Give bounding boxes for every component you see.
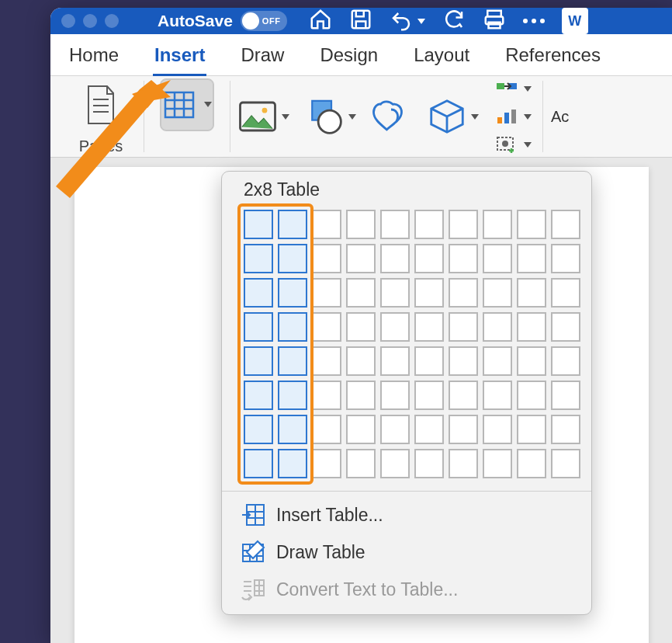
grid-cell[interactable]	[483, 312, 512, 342]
grid-cell[interactable]	[380, 210, 410, 239]
smartart-button[interactable]	[496, 76, 532, 101]
tab-design[interactable]: Design	[318, 36, 379, 74]
grid-cell[interactable]	[312, 449, 341, 478]
grid-cell[interactable]	[517, 244, 546, 273]
grid-cell[interactable]	[517, 381, 546, 410]
grid-cell[interactable]	[346, 210, 376, 239]
grid-cell[interactable]	[380, 278, 410, 308]
shapes-button[interactable]	[302, 92, 358, 141]
grid-cell[interactable]	[346, 449, 376, 478]
grid-cell[interactable]	[517, 278, 546, 308]
grid-cell[interactable]	[483, 210, 512, 239]
grid-cell[interactable]	[551, 381, 580, 410]
grid-cell[interactable]	[414, 381, 444, 410]
autosave-toggle[interactable]: OFF	[241, 11, 287, 31]
grid-cell[interactable]	[380, 415, 410, 444]
grid-cell[interactable]	[312, 346, 341, 376]
grid-cell[interactable]	[449, 244, 478, 273]
grid-cell[interactable]	[483, 449, 512, 478]
grid-cell[interactable]	[278, 449, 307, 478]
grid-cell[interactable]	[380, 449, 410, 478]
grid-cell[interactable]	[312, 278, 341, 308]
grid-cell[interactable]	[278, 210, 307, 239]
grid-cell[interactable]	[244, 244, 273, 273]
grid-cell[interactable]	[312, 415, 341, 444]
grid-cell[interactable]	[449, 278, 478, 308]
grid-cell[interactable]	[414, 346, 444, 376]
grid-cell[interactable]	[551, 346, 580, 376]
tab-layout[interactable]: Layout	[412, 36, 471, 74]
icons-button[interactable]	[369, 92, 414, 141]
grid-cell[interactable]	[551, 210, 580, 239]
grid-cell[interactable]	[346, 278, 376, 308]
3d-models-button[interactable]	[424, 92, 480, 141]
grid-cell[interactable]	[380, 346, 410, 376]
grid-cell[interactable]	[312, 210, 341, 239]
minimize-dot[interactable]	[83, 14, 97, 28]
close-dot[interactable]	[61, 14, 75, 28]
tab-home[interactable]: Home	[68, 36, 120, 74]
grid-cell[interactable]	[517, 312, 546, 342]
grid-cell[interactable]	[244, 449, 273, 478]
grid-cell[interactable]	[346, 346, 376, 376]
pictures-button[interactable]	[235, 92, 291, 141]
tab-insert[interactable]: Insert	[153, 36, 206, 77]
grid-cell[interactable]	[449, 312, 478, 342]
grid-cell[interactable]	[551, 244, 580, 273]
grid-cell[interactable]	[278, 312, 307, 342]
chart-button[interactable]	[496, 104, 532, 129]
grid-cell[interactable]	[551, 312, 580, 342]
grid-cell[interactable]	[414, 210, 444, 239]
grid-cell[interactable]	[449, 210, 478, 239]
grid-cell[interactable]	[483, 415, 512, 444]
grid-cell[interactable]	[449, 449, 478, 478]
grid-cell[interactable]	[244, 415, 273, 444]
tab-references[interactable]: References	[504, 36, 602, 74]
grid-cell[interactable]	[483, 278, 512, 308]
tab-draw[interactable]: Draw	[239, 36, 286, 74]
grid-cell[interactable]	[312, 312, 341, 342]
grid-cell[interactable]	[414, 312, 444, 342]
grid-cell[interactable]	[517, 210, 546, 239]
grid-cell[interactable]	[380, 312, 410, 342]
grid-cell[interactable]	[244, 312, 273, 342]
grid-cell[interactable]	[449, 346, 478, 376]
grid-cell[interactable]	[551, 278, 580, 308]
undo-icon[interactable]	[390, 9, 425, 33]
grid-cell[interactable]	[244, 278, 273, 308]
grid-cell[interactable]	[346, 312, 376, 342]
window-controls[interactable]	[61, 14, 150, 28]
grid-cell[interactable]	[483, 244, 512, 273]
grid-cell[interactable]	[551, 449, 580, 478]
grid-cell[interactable]	[414, 415, 444, 444]
grid-cell[interactable]	[244, 346, 273, 376]
grid-cell[interactable]	[483, 346, 512, 376]
grid-cell[interactable]	[551, 415, 580, 444]
grid-cell[interactable]	[346, 381, 376, 410]
grid-cell[interactable]	[278, 346, 307, 376]
grid-cell[interactable]	[517, 449, 546, 478]
grid-cell[interactable]	[449, 415, 478, 444]
grid-cell[interactable]	[380, 244, 410, 273]
grid-cell[interactable]	[414, 278, 444, 308]
insert-table-menuitem[interactable]: Insert Table...	[222, 496, 591, 534]
grid-cell[interactable]	[346, 415, 376, 444]
grid-cell[interactable]	[483, 381, 512, 410]
grid-cell[interactable]	[278, 381, 307, 410]
home-icon[interactable]	[309, 8, 332, 34]
grid-cell[interactable]	[517, 415, 546, 444]
screenshot-button[interactable]	[496, 132, 532, 157]
more-commands-icon[interactable]	[523, 19, 545, 23]
print-icon[interactable]	[483, 8, 506, 34]
grid-cell[interactable]	[278, 244, 307, 273]
grid-cell[interactable]	[346, 244, 376, 273]
grid-cell[interactable]	[244, 381, 273, 410]
grid-cell[interactable]	[414, 449, 444, 478]
grid-cell[interactable]	[449, 381, 478, 410]
draw-table-menuitem[interactable]: Draw Table	[222, 534, 591, 571]
grid-cell[interactable]	[312, 381, 341, 410]
grid-cell[interactable]	[278, 415, 307, 444]
zoom-dot[interactable]	[105, 14, 119, 28]
pages-button[interactable]	[74, 78, 128, 131]
table-split-button[interactable]	[160, 78, 214, 131]
